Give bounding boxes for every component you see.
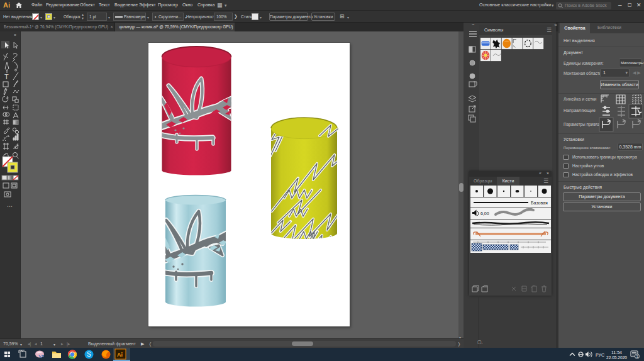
svg-text:11:54: 11:54 xyxy=(611,350,622,355)
svg-text:⋯: ⋯ xyxy=(7,203,13,209)
svg-text:S: S xyxy=(87,351,91,358)
svg-text:»: » xyxy=(14,33,16,37)
svg-text:РУС: РУС xyxy=(596,353,604,357)
svg-text:6,00: 6,00 xyxy=(480,211,489,216)
svg-text:Базовая: Базовая xyxy=(531,201,548,205)
svg-text:22.05.2020: 22.05.2020 xyxy=(606,355,627,360)
svg-text:Ai: Ai xyxy=(117,352,123,358)
svg-text:T: T xyxy=(4,73,9,81)
